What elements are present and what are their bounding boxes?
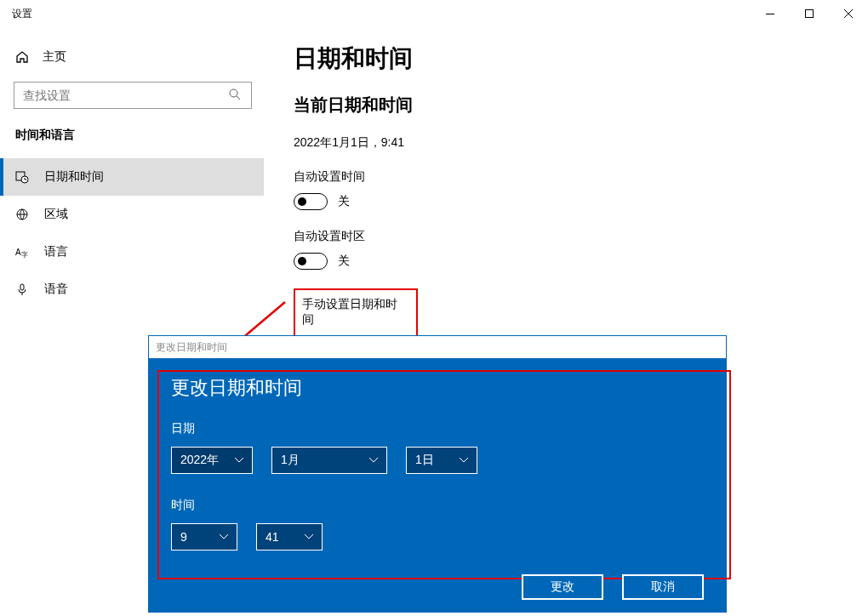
- dialog-heading: 更改日期和时间: [171, 375, 704, 401]
- minute-value: 41: [266, 530, 279, 544]
- manual-set-label: 手动设置日期和时间: [302, 297, 408, 328]
- minute-select[interactable]: 41: [256, 523, 323, 550]
- sidebar-item-date-time[interactable]: 日期和时间: [0, 158, 264, 196]
- close-button[interactable]: [829, 0, 868, 27]
- language-icon: A字: [15, 245, 29, 259]
- globe-icon: [15, 208, 29, 221]
- date-label: 日期: [171, 421, 704, 436]
- auto-tz-toggle[interactable]: [294, 253, 328, 270]
- sidebar-item-label: 语音: [44, 282, 68, 297]
- dialog-titlebar: 更改日期和时间: [149, 336, 726, 358]
- svg-text:字: 字: [21, 251, 28, 259]
- sidebar-home[interactable]: 主页: [0, 41, 264, 73]
- chevron-down-icon: [305, 534, 313, 539]
- chevron-down-icon: [220, 534, 228, 539]
- sidebar-item-label: 日期和时间: [44, 169, 104, 185]
- auto-tz-label: 自动设置时区: [294, 229, 851, 244]
- dialog-cancel-button[interactable]: 取消: [622, 574, 704, 600]
- auto-time-toggle[interactable]: [294, 193, 328, 210]
- chevron-down-icon: [369, 458, 378, 463]
- page-title: 日期和时间: [294, 43, 851, 75]
- sidebar-item-label: 区域: [44, 207, 68, 222]
- time-label: 时间: [171, 498, 704, 513]
- dialog-ok-button[interactable]: 更改: [522, 574, 603, 600]
- svg-point-2: [230, 89, 237, 97]
- auto-time-label: 自动设置时间: [294, 169, 851, 185]
- sidebar-item-speech[interactable]: 语音: [0, 271, 264, 308]
- month-value: 1月: [281, 453, 300, 468]
- search-input[interactable]: [14, 82, 252, 109]
- sidebar-home-label: 主页: [43, 49, 66, 65]
- svg-text:A: A: [15, 248, 21, 257]
- hour-value: 9: [180, 530, 187, 544]
- sidebar-item-label: 语言: [44, 244, 68, 260]
- sidebar-item-region[interactable]: 区域: [0, 196, 264, 233]
- home-icon: [15, 50, 29, 64]
- microphone-icon: [15, 282, 29, 296]
- svg-rect-1: [806, 10, 814, 18]
- window-title: 设置: [12, 7, 32, 21]
- year-select[interactable]: 2022年: [171, 447, 253, 474]
- svg-rect-0: [766, 14, 774, 14]
- day-select[interactable]: 1日: [406, 447, 477, 474]
- hour-select[interactable]: 9: [171, 523, 237, 550]
- change-dt-dialog: 更改日期和时间 更改日期和时间 日期 2022年 1月 1日 时间 9 41 更…: [148, 335, 727, 613]
- minimize-button[interactable]: [751, 0, 790, 27]
- year-value: 2022年: [180, 453, 219, 468]
- sidebar-item-language[interactable]: A字 语言: [0, 233, 264, 271]
- svg-rect-8: [20, 284, 24, 290]
- auto-time-state: 关: [338, 194, 350, 209]
- month-select[interactable]: 1月: [271, 447, 387, 474]
- sidebar-section-title: 时间和语言: [0, 124, 264, 158]
- chevron-down-icon: [235, 458, 243, 463]
- current-dt-value: 2022年1月1日，9:41: [294, 135, 851, 151]
- search-icon: [228, 88, 242, 101]
- auto-tz-state: 关: [338, 254, 350, 269]
- chevron-down-icon: [460, 458, 468, 463]
- maximize-button[interactable]: [790, 0, 829, 27]
- calendar-clock-icon: [15, 170, 29, 184]
- current-dt-heading: 当前日期和时间: [294, 94, 851, 117]
- day-value: 1日: [415, 453, 434, 468]
